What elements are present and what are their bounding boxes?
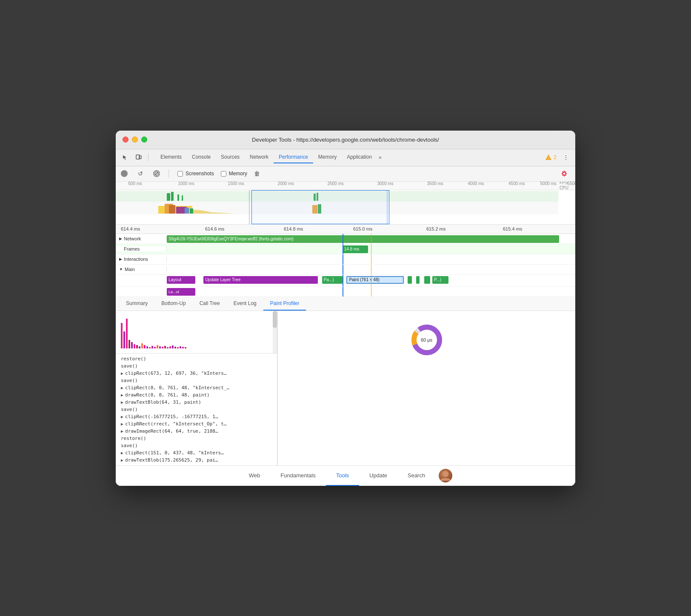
device-icon[interactable] bbox=[133, 151, 145, 163]
cmd-cliprect-4[interactable]: ▶ clipRect(151, 0, 437, 48, "kInters… bbox=[116, 449, 277, 456]
title-bar: Developer Tools - https://developers.goo… bbox=[116, 131, 575, 149]
bar-20 bbox=[169, 346, 171, 348]
cmd-restore-1[interactable]: restore() bbox=[116, 355, 277, 362]
chart-scrollbar-thumb[interactable] bbox=[273, 311, 277, 328]
site-tab-update[interactable]: Update bbox=[359, 466, 397, 486]
record-button[interactable] bbox=[121, 170, 128, 177]
cmd-cliprrect[interactable]: ▶ clipRRect(rrect, "kIntersect_Op", t… bbox=[116, 420, 277, 428]
bar-12 bbox=[149, 347, 151, 348]
main-toolbar: Elements Console Sources Network Perform… bbox=[116, 149, 575, 166]
orange-marker-line bbox=[371, 234, 371, 244]
bar-15 bbox=[157, 345, 158, 348]
settings-icon[interactable] bbox=[558, 168, 570, 180]
paint-block[interactable]: Paint (761 × 48) bbox=[346, 276, 403, 284]
user-avatar[interactable] bbox=[439, 469, 452, 482]
svg-rect-20 bbox=[312, 205, 317, 214]
pa-block[interactable]: Pa...) bbox=[322, 276, 343, 284]
ruler-mark-5500: 5500 bbox=[567, 182, 575, 186]
layout-block[interactable]: Layout bbox=[167, 276, 195, 284]
update-layer-block[interactable]: Update Layer Tree bbox=[203, 276, 318, 284]
memory-checkbox-item[interactable]: Memory bbox=[221, 171, 247, 177]
bar-5 bbox=[131, 342, 133, 348]
screenshots-checkbox-item[interactable]: Screenshots bbox=[177, 171, 214, 177]
tab-performance[interactable]: Performance bbox=[274, 151, 313, 163]
cmd-cliprect-2[interactable]: ▶ clipRect(0, 0, 761, 48, "kIntersect_… bbox=[116, 384, 277, 391]
cmd-save-2[interactable]: save() bbox=[116, 377, 277, 384]
cmd-restore-2[interactable]: restore() bbox=[116, 435, 277, 442]
tab-console[interactable]: Console bbox=[187, 151, 216, 163]
site-tab-fundamentals[interactable]: Fundamentals bbox=[270, 466, 326, 486]
site-tab-search[interactable]: Search bbox=[397, 466, 435, 486]
more-menu-icon[interactable]: ⋮ bbox=[560, 151, 572, 163]
tab-summary[interactable]: Summary bbox=[119, 297, 154, 311]
svg-rect-21 bbox=[318, 204, 321, 214]
tab-memory[interactable]: Memory bbox=[313, 151, 342, 163]
time-615.2: 615.2 ms bbox=[426, 226, 445, 231]
frames-label[interactable]: ▶ Frames bbox=[116, 246, 167, 251]
maximize-button[interactable] bbox=[141, 137, 147, 143]
tab-sources[interactable]: Sources bbox=[216, 151, 245, 163]
refresh-icon[interactable]: ↺ bbox=[134, 168, 146, 180]
cmd-drawtextblob-2[interactable]: ▶ drawTextBlob(175.265625, 29, pai… bbox=[116, 456, 277, 464]
close-button[interactable] bbox=[123, 137, 128, 143]
site-tab-tools[interactable]: Tools bbox=[326, 466, 359, 486]
orange-marker-frames bbox=[371, 244, 371, 254]
minimize-button[interactable] bbox=[132, 137, 138, 143]
main-label[interactable]: ▼ Main bbox=[116, 267, 167, 272]
frame-block[interactable]: 14.8 ms bbox=[343, 245, 368, 253]
cmd-save-4[interactable]: save() bbox=[116, 442, 277, 449]
stop-icon[interactable] bbox=[153, 170, 160, 177]
cmd-drawimagerect[interactable]: ▶ drawImageRect(64, 64, true, 2188… bbox=[116, 428, 277, 435]
tab-bottom-up[interactable]: Bottom-Up bbox=[154, 297, 192, 311]
cursor-icon[interactable] bbox=[119, 151, 131, 163]
interactions-label[interactable]: ▶ Interactions bbox=[116, 257, 167, 262]
cpu-label: CPU bbox=[560, 185, 568, 190]
screenshots-checkbox[interactable] bbox=[177, 171, 183, 177]
tab-elements[interactable]: Elements bbox=[155, 151, 187, 163]
tab-network[interactable]: Network bbox=[245, 151, 274, 163]
tab-call-tree[interactable]: Call Tree bbox=[193, 297, 227, 311]
bar-6 bbox=[134, 344, 135, 348]
separator2 bbox=[168, 169, 169, 178]
small-block-3[interactable] bbox=[424, 276, 430, 284]
network-content: S6g4U3t-Y5UEw0IE80IlgEseQY3FEmqw.woff2 (… bbox=[167, 234, 575, 244]
small-block-2[interactable] bbox=[416, 276, 420, 284]
tab-event-log[interactable]: Event Log bbox=[227, 297, 263, 311]
network-block[interactable]: S6g4U3t-Y5UEw0IE80IlgEseQY3FEmqw.woff2 (… bbox=[167, 235, 559, 243]
layout-sub-block[interactable]: La...ut bbox=[167, 288, 195, 296]
svg-rect-12 bbox=[317, 193, 318, 201]
cmd-save-3[interactable]: save() bbox=[116, 406, 277, 413]
orange-marker-blocks bbox=[371, 275, 371, 286]
tab-application[interactable]: Application bbox=[342, 151, 377, 163]
cmd-save-1[interactable]: save() bbox=[116, 362, 277, 370]
cmd-drawtextblob-1[interactable]: ▶ drawTextBlob(64, 31, paint) bbox=[116, 399, 277, 406]
memory-checkbox[interactable] bbox=[221, 171, 226, 177]
paint-chart bbox=[116, 311, 277, 354]
more-tabs[interactable]: » bbox=[377, 152, 383, 163]
network-label[interactable]: ▶ Network bbox=[116, 236, 167, 241]
bottom-tabs: Summary Bottom-Up Call Tree Event Log Pa… bbox=[116, 297, 575, 311]
cmd-cliprect-1[interactable]: ▶ clipRect(673, 12, 697, 36, "kInters… bbox=[116, 370, 277, 377]
preview-area: 60 μs bbox=[277, 311, 575, 465]
separator bbox=[148, 153, 148, 162]
interactions-content bbox=[167, 254, 575, 264]
chart-scrollbar[interactable] bbox=[273, 311, 277, 353]
tab-paint-profiler[interactable]: Paint Profiler bbox=[263, 297, 306, 311]
clear-button[interactable]: 🗑 bbox=[254, 170, 260, 177]
paint-commands-list: restore() save() ▶ clipRect(673, 12, 697… bbox=[116, 354, 277, 465]
cmd-drawrect[interactable]: ▶ drawRect(0, 0, 761, 48, paint) bbox=[116, 391, 277, 399]
donut-container: 60 μs bbox=[278, 311, 575, 364]
cmd-cliprect-3[interactable]: ▶ clipRect(-16777215, -16777215, 1… bbox=[116, 413, 277, 420]
site-tab-web[interactable]: Web bbox=[239, 466, 271, 486]
paint-bars-container bbox=[119, 314, 274, 348]
timeline-overview: 500 ms 1000 ms 1500 ms 2000 ms 2500 ms 3… bbox=[116, 182, 575, 225]
layout-sub-row: La...ut bbox=[116, 287, 575, 297]
warning-count: 2 bbox=[554, 154, 557, 160]
blue-marker-line bbox=[343, 234, 343, 244]
orange-marker-interactions bbox=[371, 254, 371, 264]
time-614.8: 614.8 ms bbox=[284, 226, 303, 231]
warning-badge[interactable]: ! 2 bbox=[545, 154, 557, 161]
ruler-mark-2000: 2000 ms bbox=[277, 182, 294, 186]
small-block-1[interactable] bbox=[408, 276, 412, 284]
p-block[interactable]: P...) bbox=[432, 276, 448, 284]
